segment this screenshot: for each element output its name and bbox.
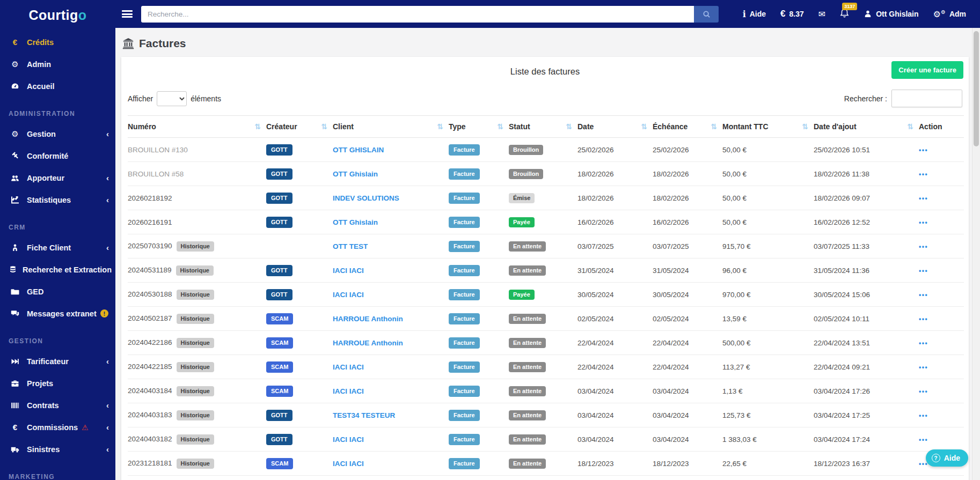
client-link[interactable]: IACI IACI [333,387,364,395]
sidebar-item-accueil[interactable]: Accueil [0,75,115,97]
client-link[interactable]: TEST34 TESTEUR [333,411,395,419]
row-actions-button[interactable]: ••• [919,339,928,347]
cell-client: OTT GHISLAIN [333,138,449,162]
client-link[interactable]: IACI IACI [333,267,364,275]
row-actions-button[interactable]: ••• [919,195,928,202]
row-actions-button[interactable]: ••• [919,267,928,275]
column-label: Type [449,122,466,131]
cell-date-ajout: 15/12/2023 16:49 [814,476,919,480]
client-link[interactable]: INDEV SOLUTIONS [333,194,399,202]
sidebar-item-contrats[interactable]: Contrats‹ [0,394,115,416]
sidebar-item-projets[interactable]: Projets [0,372,115,394]
invoices-table: Numéro⇅Créateur⇅Client⇅Type⇅Statut⇅Date⇅… [128,115,964,480]
row-actions-button[interactable]: ••• [919,171,928,178]
cell-client: OTT Ghislain [333,162,449,186]
cell-createur: GOTT [266,283,333,307]
client-link[interactable]: IACI IACI [333,435,364,444]
sidebar-item-apporteur[interactable]: Apporteur‹ [0,167,115,189]
create-invoice-button[interactable]: Créer une facture [891,61,963,79]
client-link[interactable]: OTT Ghislain [333,170,378,178]
cell-action: ••• [919,476,964,480]
column-header-client[interactable]: Client⇅ [333,116,449,138]
cell-date: 18/02/2026 [577,186,653,210]
row-actions-button[interactable]: ••• [919,412,928,419]
help-menu[interactable]: i Aide [743,9,766,19]
client-link[interactable]: OTT Ghislain [333,218,378,226]
app-logo[interactable]: Courtigo [0,0,115,30]
column-header-action: Action [919,116,964,138]
table-row: 20231215180HistoriqueSCAMIACI IACIFactur… [128,476,964,480]
sidebar-item-gestion[interactable]: ⚙Gestion‹ [0,123,115,145]
briefcase-icon [9,379,21,388]
client-link[interactable]: IACI IACI [333,363,364,371]
column-header-date-d-ajout[interactable]: Date d'ajout⇅ [814,116,919,138]
cell-date: 18/12/2023 [577,452,653,476]
sidebar-item-fiche-client[interactable]: Fiche Client‹ [0,237,115,259]
row-actions-button[interactable]: ••• [919,243,928,250]
cell-action: ••• [919,259,964,283]
type-badge: Facture [449,361,480,373]
creator-badge: GOTT [266,434,292,445]
sidebar-item-tarificateur[interactable]: Tarificateur‹ [0,350,115,372]
notifications-menu[interactable]: 3137 [840,8,849,20]
row-actions-button[interactable]: ••• [919,146,928,154]
global-search-input[interactable] [141,6,694,23]
row-actions-button[interactable]: ••• [919,436,928,444]
cell-createur: SCAM [266,476,333,480]
table-row: 20240530188HistoriqueGOTTIACI IACIFactur… [128,283,964,307]
table-search-input[interactable] [891,90,962,107]
column-label: Échéance [653,122,688,131]
sidebar-item-admin[interactable]: ⚙Admin [0,53,115,75]
menu-toggle-icon[interactable] [122,10,133,18]
row-actions-button[interactable]: ••• [919,388,928,395]
credits-balance[interactable]: € 8.37 [780,9,804,19]
cell-type: Facture [449,427,509,452]
column-header-montant-ttc[interactable]: Montant TTC⇅ [722,116,814,138]
cell-statut: Payée [509,283,577,307]
sidebar-item-statistiques[interactable]: Statistiques‹ [0,189,115,211]
scrollbar-thumb[interactable] [974,31,979,146]
client-link[interactable]: OTT GHISLAIN [333,146,384,154]
user-menu[interactable]: Ott Ghislain [864,10,918,18]
row-actions-button[interactable]: ••• [919,219,928,226]
sidebar-item-ged[interactable]: GED [0,280,115,302]
column-header-type[interactable]: Type⇅ [449,116,509,138]
cell-numero: 20260216191 [128,210,266,234]
row-actions-button[interactable]: ••• [919,291,928,299]
column-header-date[interactable]: Date⇅ [577,116,653,138]
client-link[interactable]: HARROUE Anthonin [333,315,403,323]
global-search-button[interactable] [694,6,719,23]
sidebar-item-credits[interactable]: €Crédits [0,31,115,53]
sidebar-item-commissions[interactable]: €Commissions⚠‹ [0,416,115,438]
column-header-echeance[interactable]: Échéance⇅ [653,116,722,138]
sidebar-item-sinistres[interactable]: Sinistres‹ [0,438,115,460]
messages-menu[interactable]: ✉ [818,9,825,19]
cell-numero: 20250703190Historique [128,234,266,259]
cell-type: Facture [449,138,509,162]
cell-echeance: 25/02/2026 [653,138,722,162]
admin-menu[interactable]: ⚙⚙ Adm [933,9,966,19]
client-link[interactable]: IACI IACI [333,291,364,299]
type-badge: Facture [449,168,480,180]
column-header-numero[interactable]: Numéro⇅ [128,116,266,138]
cell-montant: 113,27 € [722,476,814,480]
invoice-number: 20240403183 [128,411,172,419]
cell-statut: En attente [509,427,577,452]
row-actions-button[interactable]: ••• [919,315,928,323]
column-header-createur[interactable]: Créateur⇅ [266,116,333,138]
help-fab-button[interactable]: ? Aide [926,449,968,467]
sidebar-item-conformite[interactable]: Conformité [0,145,115,167]
sidebar-item-recherche-et-extraction[interactable]: Recherche et Extraction [0,259,115,280]
cell-client: IACI IACI [333,259,449,283]
cell-date: 16/02/2026 [577,210,653,234]
client-link[interactable]: OTT TEST [333,242,368,250]
status-badge: En attente [509,338,546,348]
invoice-number: 20240531189 [128,266,172,274]
page-length-select[interactable] [157,91,187,106]
column-header-statut[interactable]: Statut⇅ [509,116,577,138]
client-link[interactable]: IACI IACI [333,460,364,468]
client-link[interactable]: HARROUE Anthonin [333,339,403,347]
sidebar-item-messages-extranet[interactable]: Messages extranet! [0,302,115,324]
cell-date-ajout: 22/04/2024 13:51 [814,331,919,355]
row-actions-button[interactable]: ••• [919,364,928,371]
